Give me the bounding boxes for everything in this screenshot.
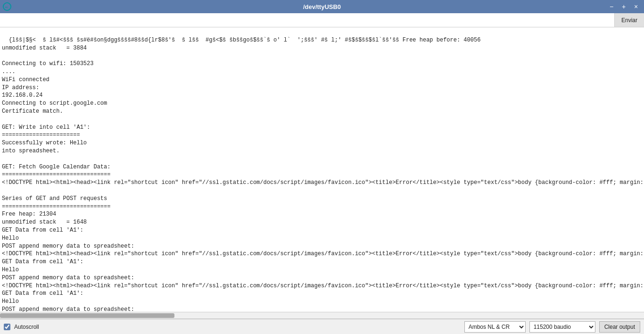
line-ending-select[interactable]: Ambos NL & CR No line ending Newline Car… [464, 321, 526, 333]
output-text: {lšš|$§< š lš#<ššš šs#ë#šon§dggšššš#8ššd… [2, 37, 644, 312]
clear-output-button[interactable]: Clear output [599, 321, 640, 333]
horizontal-scrollbar[interactable] [0, 312, 644, 319]
scrollbar-thumb[interactable] [0, 313, 174, 318]
title-bar: ∞ /dev/ttyUSB0 − + × [0, 0, 644, 13]
autoscroll-checkbox[interactable] [4, 324, 10, 330]
window-title: /dev/ttyUSB0 [303, 3, 341, 10]
autoscroll-label[interactable]: Autoscroll [14, 324, 39, 330]
serial-input[interactable] [0, 13, 614, 27]
window-controls: − + × [606, 2, 641, 11]
maximize-button[interactable]: + [619, 2, 629, 11]
bottom-bar: Autoscroll Ambos NL & CR No line ending … [0, 319, 644, 334]
minimize-button[interactable]: − [606, 2, 617, 11]
arduino-logo-icon: ∞ [3, 2, 11, 11]
serial-output: {lšš|$§< š lš#<ššš šs#ë#šon§dggšššš#8ššd… [0, 27, 644, 312]
input-bar: Enviar [0, 13, 644, 27]
send-button[interactable]: Enviar [614, 13, 644, 27]
baud-rate-select[interactable]: 300 baudio 1200 baudio 2400 baudio 4800 … [529, 321, 595, 333]
close-button[interactable]: × [631, 2, 641, 11]
svg-text:∞: ∞ [5, 5, 8, 9]
